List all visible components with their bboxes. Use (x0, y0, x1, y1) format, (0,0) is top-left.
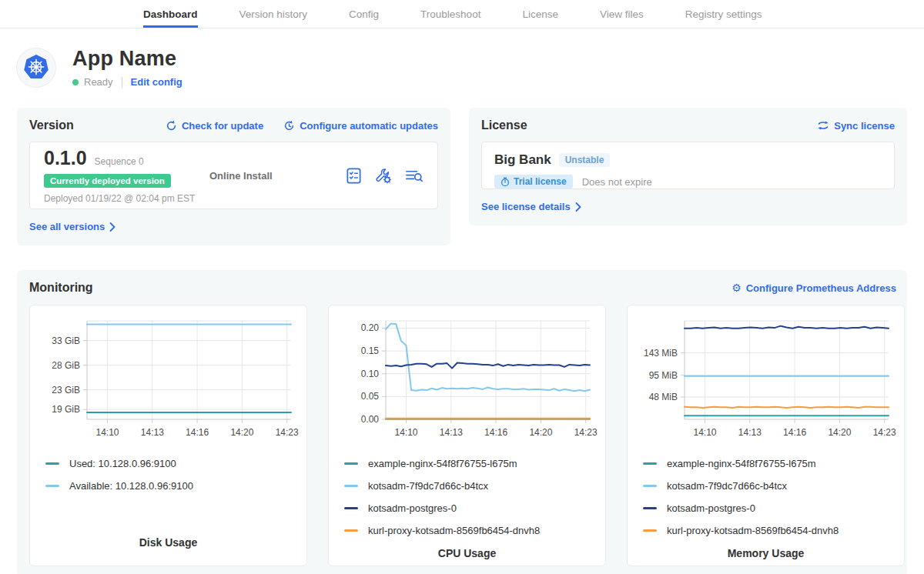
legend-dash-icon (643, 485, 657, 487)
legend-dash-icon (45, 462, 59, 465)
svg-text:0.05: 0.05 (361, 391, 380, 402)
legend-item: example-nginx-54f8f76755-l675m (643, 458, 895, 469)
charts-row: 19 GiB23 GiB28 GiB33 GiB14:1014:1314:161… (29, 305, 896, 566)
svg-text:14:10: 14:10 (95, 427, 119, 438)
nav-tabs: DashboardVersion historyConfigTroublesho… (143, 0, 762, 28)
svg-text:14:16: 14:16 (783, 427, 806, 438)
license-detail-row: Big Bank Unstable Trial license Does not… (481, 142, 895, 189)
svg-text:14:16: 14:16 (484, 427, 507, 438)
schedule-update-icon (283, 120, 295, 132)
legend-label: kotsadm-7f9dc7d66c-b4tcx (667, 480, 787, 492)
legend-item: kotsadm-7f9dc7d66c-b4tcx (643, 480, 895, 492)
legend-item: kurl-proxy-kotsadm-8569fb6454-dnvh8 (344, 525, 596, 536)
top-navigation: DashboardVersion historyConfigTroublesho… (0, 0, 924, 28)
svg-text:14:10: 14:10 (394, 427, 417, 438)
svg-text:14:20: 14:20 (828, 427, 851, 438)
chart-plot: 19 GiB23 GiB28 GiB33 GiB14:1014:1314:161… (39, 312, 299, 444)
see-license-details-link[interactable]: See license details (481, 201, 581, 212)
view-logs-icon[interactable] (404, 167, 424, 185)
legend-dash-icon (344, 485, 358, 487)
cpu-usage-legend: example-nginx-54f8f76755-l675mkotsadm-7f… (344, 458, 596, 547)
legend-label: kotsadm-7f9dc7d66c-b4tcx (368, 480, 488, 492)
refresh-icon (166, 120, 177, 132)
edit-config-link[interactable]: Edit config (131, 76, 182, 88)
edit-config-wrench-icon[interactable] (374, 167, 393, 185)
deployed-badge: Currently deployed version (44, 174, 171, 188)
gear-icon: ⚙ (732, 282, 742, 293)
deployed-timestamp: Deployed 01/19/22 @ 02:04 pm EST (44, 193, 209, 204)
legend-label: kurl-proxy-kotsadm-8569fb6454-dnvh8 (667, 525, 839, 536)
memory-usage-plot: 48 MiB95 MiB143 MiB14:1014:1314:1614:201… (637, 312, 895, 447)
legend-label: Used: 10.128.0.96:9100 (69, 458, 176, 469)
svg-text:143 MiB: 143 MiB (644, 348, 678, 359)
license-expiry: Does not expire (582, 176, 652, 188)
stopwatch-icon (500, 177, 510, 187)
version-title: Version (29, 118, 74, 132)
legend-dash-icon (344, 507, 358, 509)
memory-usage-chart-card: 48 MiB95 MiB143 MiB14:1014:1314:1614:201… (627, 305, 905, 566)
status-badge: Ready (84, 76, 113, 88)
series-line (386, 363, 590, 369)
chart-title: Disk Usage (39, 536, 297, 549)
app-header: App Name Ready Edit config (0, 28, 924, 98)
legend-item: kotsadm-postgres-0 (344, 502, 596, 514)
svg-text:14:13: 14:13 (738, 427, 762, 438)
install-type-label: Online Install (209, 170, 345, 182)
legend-dash-icon (643, 507, 657, 509)
svg-text:14:16: 14:16 (186, 427, 209, 438)
svg-text:0.00: 0.00 (361, 414, 380, 425)
tab-dashboard[interactable]: Dashboard (143, 0, 198, 28)
license-title: License (481, 118, 527, 132)
legend-dash-icon (344, 462, 358, 465)
tab-config[interactable]: Config (349, 0, 379, 28)
disk-usage-plot: 19 GiB23 GiB28 GiB33 GiB14:1014:1314:161… (39, 312, 297, 447)
chart-plot: 48 MiB95 MiB143 MiB14:1014:1314:1614:201… (637, 312, 896, 444)
check-for-update-button[interactable]: Check for update (166, 120, 263, 132)
legend-label: kotsadm-postgres-0 (368, 502, 457, 514)
see-all-versions-link[interactable]: See all versions (29, 221, 116, 232)
svg-text:48 MiB: 48 MiB (649, 392, 678, 402)
trial-license-badge: Trial license (494, 175, 573, 189)
configure-automatic-updates-button[interactable]: Configure automatic updates (283, 120, 438, 132)
tab-troubleshoot[interactable]: Troubleshoot (420, 0, 480, 28)
svg-text:33 GiB: 33 GiB (52, 335, 80, 346)
svg-text:14:20: 14:20 (529, 427, 552, 438)
channel-badge: Unstable (559, 153, 611, 167)
legend-item: Available: 10.128.0.96:9100 (45, 480, 297, 492)
monitoring-card: Monitoring ⚙ Configure Prometheus Addres… (17, 270, 907, 574)
memory-usage-legend: example-nginx-54f8f76755-l675mkotsadm-7f… (643, 458, 895, 547)
svg-text:95 MiB: 95 MiB (649, 370, 678, 381)
disk-usage-legend: Used: 10.128.0.96:9100Available: 10.128.… (45, 458, 297, 502)
legend-dash-icon (643, 462, 657, 465)
legend-item: example-nginx-54f8f76755-l675m (344, 458, 596, 469)
svg-text:14:13: 14:13 (440, 427, 463, 438)
tab-registry-settings[interactable]: Registry settings (685, 0, 762, 28)
legend-label: Available: 10.128.0.96:9100 (69, 480, 193, 492)
tab-version-history[interactable]: Version history (239, 0, 308, 28)
sync-license-button[interactable]: Sync license (817, 120, 895, 132)
legend-label: example-nginx-54f8f76755-l675m (667, 458, 816, 469)
version-number: 0.1.0 (44, 147, 87, 169)
svg-text:0.15: 0.15 (361, 345, 380, 356)
legend-item: kotsadm-7f9dc7d66c-b4tcx (344, 480, 596, 492)
disk-usage-chart-card: 19 GiB23 GiB28 GiB33 GiB14:1014:1314:161… (29, 305, 307, 566)
preflight-checks-icon[interactable] (345, 167, 363, 185)
configure-prometheus-button[interactable]: ⚙ Configure Prometheus Address (732, 282, 896, 294)
svg-text:14:13: 14:13 (141, 427, 164, 438)
current-version-row: 0.1.0 Sequence 0 Currently deployed vers… (29, 142, 438, 209)
chart-title: CPU Usage (338, 547, 596, 559)
svg-text:0.20: 0.20 (361, 322, 380, 333)
legend-label: kurl-proxy-kotsadm-8569fb6454-dnvh8 (368, 525, 540, 536)
chart-plot: 0.000.050.100.150.2014:1014:1314:1614:20… (338, 312, 598, 444)
status-dot (72, 79, 79, 85)
legend-item: Used: 10.128.0.96:9100 (45, 458, 297, 469)
svg-text:19 GiB: 19 GiB (52, 404, 80, 415)
chevron-right-icon (575, 202, 581, 212)
customer-name: Big Bank (494, 152, 551, 168)
tab-view-files[interactable]: View files (600, 0, 644, 28)
sync-arrows-icon (817, 120, 829, 131)
page-title: App Name (72, 47, 182, 71)
series-line (685, 407, 889, 408)
svg-text:14:23: 14:23 (276, 427, 299, 438)
tab-license[interactable]: License (522, 0, 558, 28)
